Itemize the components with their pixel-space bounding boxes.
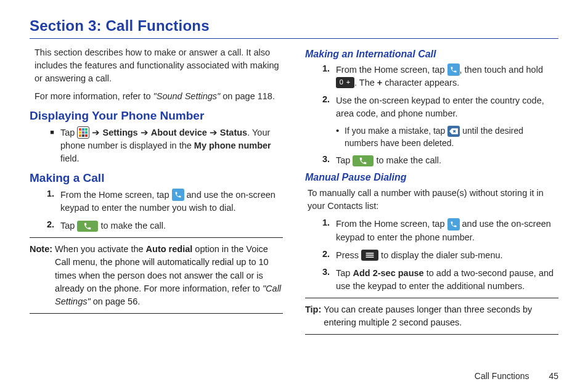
page-footer: Call Functions 45	[475, 371, 558, 381]
heading-displaying: Displaying Your Phone Number	[30, 109, 283, 123]
intl-sub-a: If you make a mistake, tap	[345, 126, 447, 136]
call-button-icon	[77, 221, 98, 232]
step-number-2: 2.	[30, 219, 60, 232]
svg-rect-7	[82, 134, 84, 137]
intro-p2-b: on page 118.	[220, 91, 275, 101]
about-device-label: About device	[151, 128, 207, 137]
making-call-step-2: Tap to make the call.	[60, 219, 283, 232]
pause-step-1-num: 1.	[305, 218, 336, 243]
note-rule-top	[30, 237, 283, 238]
call-button-icon	[353, 155, 374, 166]
zero-plus-key-icon: 0 +	[336, 77, 354, 88]
step-number-1: 1.	[30, 189, 60, 214]
page-number: 45	[549, 371, 558, 381]
p3-a: Tap	[336, 268, 353, 278]
backspace-icon	[447, 126, 460, 137]
heading-pause: Manual Pause Dialing	[305, 172, 558, 183]
intro-p2: For more information, refer to "Sound Se…	[35, 90, 283, 103]
p2-a: Press	[336, 250, 361, 260]
pause-intro: To manually call a number with pause(s) …	[305, 187, 558, 213]
making-call-step-1: From the Home screen, tap and use the on…	[60, 189, 283, 214]
square-bullet: ■	[30, 126, 60, 165]
svg-rect-6	[79, 134, 81, 137]
note-body: When you activate the Auto redial option…	[55, 243, 283, 308]
note-a: When you activate the	[55, 244, 146, 254]
auto-redial-label: Auto redial	[146, 244, 193, 254]
p2-b: to display the dialer sub-menu.	[378, 250, 503, 260]
intl-step-3-num: 3.	[305, 154, 336, 167]
mk1-a: From the Home screen, tap	[60, 190, 172, 200]
display-field-end: field.	[60, 153, 80, 163]
svg-rect-5	[85, 131, 88, 134]
intl-sub: If you make a mistake, tap until the des…	[345, 125, 558, 149]
settings-label: Settings	[102, 128, 137, 137]
my-phone-number-label: My phone number	[194, 141, 271, 150]
intl3-b: to make the call.	[374, 155, 441, 165]
right-column: Making an International Call 1. From the…	[305, 46, 558, 340]
content-columns: This section describes how to make or an…	[30, 46, 558, 340]
menu-key-icon	[361, 250, 378, 261]
phone-app-icon	[172, 189, 184, 201]
intl-step-3: Tap to make the call.	[336, 154, 558, 167]
title-rule	[30, 38, 558, 39]
intl1-a: From the Home screen, tap	[336, 65, 447, 75]
arrow-3: ➔	[207, 128, 220, 137]
intl3-a: Tap	[336, 155, 353, 165]
left-column: This section describes how to make or an…	[30, 46, 283, 340]
note-block: Note: When you activate the Auto redial …	[30, 243, 283, 308]
display-step: Tap ➔ Settings ➔ About device ➔ Status. …	[60, 126, 283, 165]
tip-block: Tip: You can create pauses longer than t…	[305, 303, 558, 329]
heading-making-call: Making a Call	[30, 171, 283, 185]
intl-step-2-num: 2.	[305, 94, 336, 120]
tip-rule-top	[305, 298, 558, 298]
add-2sec-pause-label: Add 2-sec pause	[353, 268, 423, 278]
svg-rect-8	[85, 134, 88, 137]
mk2-a: Tap	[60, 221, 77, 231]
tip-body: You can create pauses longer than three …	[324, 303, 558, 329]
svg-rect-9	[366, 253, 374, 254]
pause-step-3: Tap Add 2-sec pause to add a two-second …	[336, 267, 558, 293]
svg-rect-0	[79, 128, 81, 131]
display-tap-text: Tap	[60, 128, 77, 137]
section-title: Section 3: Call Functions	[30, 17, 558, 35]
note-c: on page 56.	[91, 296, 141, 306]
arrow-2: ➔	[138, 128, 151, 137]
apps-grid-icon	[77, 126, 89, 139]
pause-step-1: From the Home screen, tap and use the on…	[336, 218, 558, 243]
intl-step-1-num: 1.	[305, 63, 336, 89]
intro-p1: This section describes how to make or an…	[35, 46, 283, 85]
svg-rect-2	[85, 128, 88, 131]
sub-bullet-mark: •	[336, 125, 345, 149]
svg-rect-3	[79, 131, 81, 134]
tip-label: Tip:	[305, 303, 324, 329]
intl1-d: character appears.	[382, 78, 459, 88]
pause-step-3-num: 3.	[305, 267, 336, 293]
plus-char: +	[377, 78, 382, 88]
mk2-b: to make the call.	[98, 221, 166, 231]
status-label: Status	[220, 128, 247, 137]
pause-step-2-num: 2.	[305, 249, 336, 262]
phone-app-icon	[447, 218, 460, 231]
intl-step-2: Use the on-screen keypad to enter the co…	[336, 94, 558, 120]
svg-rect-10	[366, 255, 374, 256]
arrow-1: ➔	[89, 128, 102, 137]
svg-rect-4	[82, 131, 84, 134]
svg-rect-1	[82, 128, 84, 131]
intro-p2-a: For more information, refer to	[35, 91, 153, 101]
intl-step-1: From the Home screen, tap , then touch a…	[336, 63, 558, 89]
sound-settings-ref: "Sound Settings"	[153, 91, 221, 101]
heading-international: Making an International Call	[305, 49, 558, 60]
footer-label: Call Functions	[475, 371, 529, 381]
phone-app-icon	[447, 63, 460, 76]
intl1-b: , then touch and hold	[460, 65, 543, 75]
p1-a: From the Home screen, tap	[336, 219, 447, 229]
intl1-c: . The	[354, 78, 377, 88]
note-rule-bottom	[30, 313, 283, 314]
note-label: Note:	[30, 243, 55, 308]
tip-rule-bottom	[305, 334, 558, 335]
svg-rect-11	[366, 256, 374, 258]
pause-step-2: Press to display the dialer sub-menu.	[336, 249, 558, 262]
